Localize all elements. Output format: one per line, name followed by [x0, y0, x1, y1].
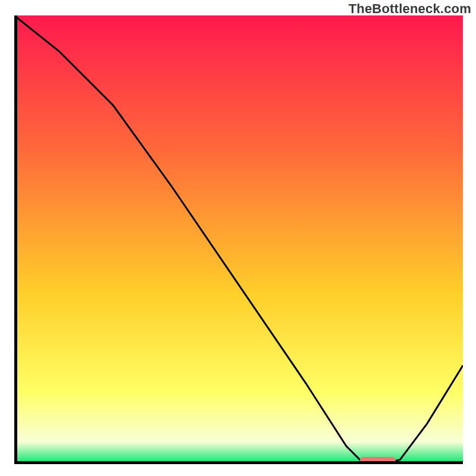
- gradient-rect: [14, 15, 463, 464]
- chart-svg: [14, 15, 463, 464]
- page-root: TheBottleneck.com: [0, 0, 476, 476]
- plot-area: [14, 15, 463, 464]
- watermark-text: TheBottleneck.com: [349, 1, 471, 17]
- y-axis: [14, 15, 17, 464]
- x-axis: [14, 461, 463, 464]
